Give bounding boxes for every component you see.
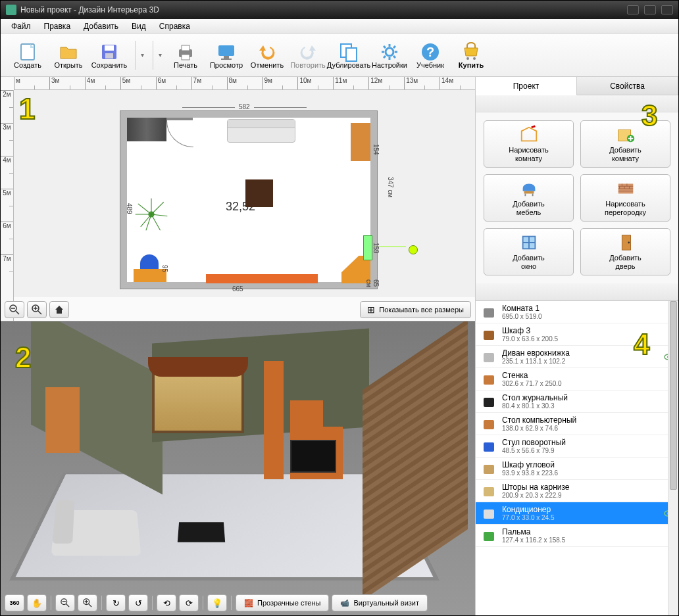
- menu-Справка[interactable]: Справка: [153, 20, 197, 32]
- open-button[interactable]: Открыть: [48, 37, 89, 74]
- menu-Файл[interactable]: Файл: [5, 20, 38, 32]
- plan-2d-area[interactable]: м3м4м5м6м7м8м9м10м11м12м13м14м 2м3м4м5м6…: [1, 77, 475, 321]
- menu-Правка[interactable]: Правка: [38, 20, 78, 32]
- svg-rect-34: [484, 375, 494, 385]
- svg-rect-31: [484, 353, 494, 362]
- tab-properties[interactable]: Свойства: [577, 77, 678, 95]
- ruler-vertical: 2м3м4м5м6м7м: [1, 90, 14, 321]
- table-2d[interactable]: [245, 179, 273, 207]
- window-title: Новый проект - Дизайн Интерьера 3D: [20, 5, 622, 14]
- transparent-walls-button[interactable]: 🧱Прозрачные стены: [236, 594, 329, 611]
- dup-button[interactable]: Дублировать: [328, 37, 369, 74]
- svg-rect-30: [484, 331, 494, 340]
- add-window-button[interactable]: Добавитьокно: [484, 228, 574, 275]
- marker-2: 2: [15, 341, 44, 374]
- ac-2d[interactable]: [364, 236, 372, 260]
- dim-bottom: 665: [232, 285, 243, 293]
- rotate-360-button[interactable]: 360: [5, 594, 24, 611]
- minimize-button[interactable]: [627, 5, 639, 14]
- home-button[interactable]: [49, 301, 69, 318]
- cabinet-3d: [45, 387, 80, 453]
- save-button[interactable]: Сохранить: [89, 37, 130, 74]
- svg-point-16: [473, 57, 476, 60]
- object-row[interactable]: Пальма127.4 x 116.2 x 158.5: [476, 525, 678, 547]
- tilt-down-button[interactable]: ⟳: [179, 594, 199, 611]
- svg-point-15: [466, 57, 469, 60]
- undo-button[interactable]: Отменить: [247, 37, 288, 74]
- draw-wall-button[interactable]: Нарисоватьперегородку: [580, 174, 670, 222]
- add-door-button[interactable]: Добавитьдверь: [580, 228, 670, 275]
- panel-tabs: Проект Свойства: [476, 77, 678, 95]
- virtual-visit-button[interactable]: 📹Виртуальный визит: [332, 594, 428, 611]
- object-row[interactable]: Шторы на карнизе200.9 x 20.3 x 222.9: [476, 480, 678, 502]
- sofa-3d: [51, 510, 141, 556]
- sofa2-2d[interactable]: [206, 274, 318, 283]
- light-button[interactable]: 💡: [207, 594, 227, 611]
- object-row[interactable]: Стенка302.6 x 71.7 x 250.0: [476, 368, 678, 391]
- settings-button[interactable]: Настройки: [369, 37, 410, 74]
- maximize-button[interactable]: [644, 5, 656, 14]
- tv-3d: [290, 440, 336, 473]
- view-3d-area[interactable]: 2 360 ✋ ↻ ↺ ⟲ ⟳ 💡 🧱Прозрачные ст: [1, 321, 475, 615]
- zoom-out-3d-button[interactable]: [55, 594, 75, 611]
- svg-rect-24: [524, 191, 534, 194]
- dim-right-outer: 347 см: [387, 177, 394, 197]
- zoom-in-button[interactable]: [27, 301, 47, 318]
- shelf-2d[interactable]: [351, 123, 370, 161]
- wall-right-3d: [363, 321, 468, 600]
- zoom-in-3d-button[interactable]: [78, 594, 97, 611]
- buy-button[interactable]: Купить: [451, 37, 491, 74]
- object-row[interactable]: Комната 1695.0 x 519.0: [476, 301, 678, 323]
- menu-Добавить[interactable]: Добавить: [77, 20, 125, 32]
- print-button[interactable]: Печать: [165, 37, 206, 74]
- menu-Вид[interactable]: Вид: [125, 20, 153, 32]
- selection-handle[interactable]: [409, 245, 418, 254]
- svg-text:?: ?: [426, 45, 434, 59]
- svg-rect-3: [105, 53, 113, 59]
- canvas-2d[interactable]: 32,52 582 347 см: [14, 90, 475, 297]
- svg-point-28: [628, 241, 630, 243]
- rotate-cw-button[interactable]: ↻: [106, 594, 126, 611]
- tilt-up-button[interactable]: ⟲: [157, 594, 176, 611]
- dim-left: 489: [126, 203, 133, 214]
- pan-button[interactable]: ✋: [27, 594, 47, 611]
- tab-project[interactable]: Проект: [476, 77, 577, 95]
- draw-room-button[interactable]: Нарисоватькомнату: [484, 120, 574, 168]
- menubar: ФайлПравкаДобавитьВидСправка: [1, 19, 678, 34]
- ruler-horizontal: м3м4м5м6м7м8м9м10м11м12м13м14м: [14, 77, 475, 90]
- object-row[interactable]: Шкаф угловой93.9 x 93.8 x 223.6: [476, 458, 678, 480]
- object-row[interactable]: Стул поворотный48.5 x 56.6 x 79.9: [476, 435, 678, 458]
- add-furn-button[interactable]: Добавитьмебель: [484, 174, 574, 222]
- dim-right-bot: 65 см: [365, 279, 380, 287]
- section-header-objects: [476, 283, 678, 300]
- svg-rect-38: [484, 465, 494, 474]
- svg-rect-35: [484, 398, 494, 407]
- object-row[interactable]: Кондиционер77.0 x 33.0 x 24.5: [476, 502, 678, 525]
- help-button[interactable]: ?Учебник: [410, 37, 451, 74]
- rotate-ccw-button[interactable]: ↺: [128, 594, 148, 611]
- scrollbar-thumb[interactable]: [670, 301, 677, 490]
- sofa-2d[interactable]: [227, 119, 295, 143]
- object-row[interactable]: Стол компьютерный138.0 x 62.9 x 74.6: [476, 413, 678, 435]
- svg-rect-39: [484, 487, 494, 496]
- room-outline[interactable]: 32,52 582 347 см: [120, 111, 377, 289]
- door-2d[interactable]: [166, 118, 193, 120]
- scrollbar[interactable]: [668, 301, 678, 615]
- right-panel: Проект Свойства НарисоватькомнатуДобавит…: [476, 77, 678, 615]
- redo-button[interactable]: Повторить: [288, 37, 328, 74]
- svg-rect-43: [484, 532, 494, 541]
- svg-point-12: [386, 48, 393, 56]
- zoom-out-button[interactable]: [5, 301, 24, 318]
- plant-2d[interactable]: [134, 197, 169, 232]
- table-3d: [178, 522, 225, 542]
- show-all-dims-button[interactable]: Показывать все размеры: [360, 301, 471, 318]
- tools-3d: 360 ✋ ↻ ↺ ⟲ ⟳ 💡 🧱Прозрачные стены 📹Вирту: [5, 594, 471, 611]
- svg-rect-29: [484, 308, 494, 318]
- close-button[interactable]: [661, 5, 673, 14]
- dim-top: 582: [239, 103, 250, 110]
- object-row[interactable]: Стол журнальный80.4 x 80.1 x 30.3: [476, 391, 678, 413]
- window-3d: [152, 361, 244, 433]
- view-button[interactable]: Просмотр: [206, 37, 247, 74]
- create-button[interactable]: Создать: [7, 37, 48, 74]
- wardrobe-2d[interactable]: [127, 118, 166, 141]
